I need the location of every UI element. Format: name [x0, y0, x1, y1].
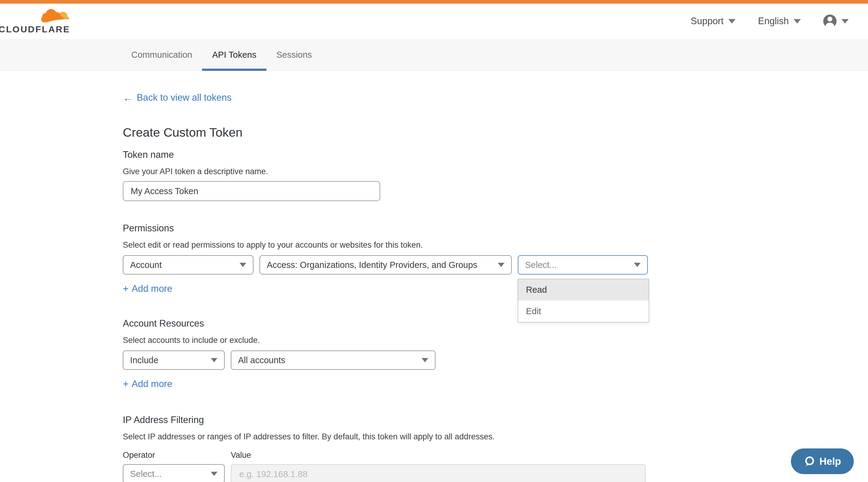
ip-operator-placeholder: Select...	[130, 469, 162, 479]
avatar	[823, 14, 837, 28]
ip-value-input[interactable]	[231, 464, 646, 482]
account-scope-select[interactable]: All accounts	[231, 350, 435, 370]
left-arrow-icon: ←	[123, 93, 133, 102]
chat-bubble-icon	[804, 456, 815, 467]
permissions-heading: Permissions	[123, 223, 868, 234]
brand-accent-bar	[0, 0, 868, 4]
chevron-down-icon	[211, 472, 217, 476]
account-resources-heading: Account Resources	[123, 318, 868, 329]
token-name-input[interactable]	[123, 181, 380, 201]
ip-filtering-heading: IP Address Filtering	[123, 415, 868, 425]
token-name-description: Give your API token a descriptive name.	[123, 167, 868, 176]
support-menu-label: Support	[691, 16, 724, 27]
header: CLOUDFLARE Support English	[0, 4, 868, 39]
permission-level-menu: Read Edit	[518, 279, 649, 322]
permission-level-placeholder: Select...	[525, 260, 557, 270]
plus-icon: +	[123, 283, 128, 294]
account-mode-value: Include	[130, 355, 158, 365]
chevron-down-icon	[728, 19, 736, 24]
chevron-down-icon	[240, 263, 246, 267]
chevron-down-icon	[634, 263, 641, 267]
permission-scope-value: Account	[130, 260, 162, 270]
help-button-label: Help	[819, 456, 841, 467]
add-more-permission-link[interactable]: + Add more	[123, 283, 173, 294]
language-menu[interactable]: English	[758, 16, 801, 27]
account-menu[interactable]	[823, 14, 849, 28]
permissions-row: Account Access: Organizations, Identity …	[123, 255, 868, 275]
tab-sessions[interactable]: Sessions	[267, 39, 322, 71]
cloudflare-logo: CLOUDFLARE	[9, 8, 70, 34]
ip-filtering-row: Select...	[123, 464, 868, 482]
support-menu[interactable]: Support	[691, 16, 736, 27]
operator-label: Operator	[123, 451, 231, 460]
add-more-account-label: Add more	[131, 379, 172, 389]
ip-filtering-labels: Operator Value	[123, 451, 868, 460]
page-title: Create Custom Token	[123, 126, 868, 140]
account-mode-select[interactable]: Include	[123, 350, 225, 370]
menu-option-edit[interactable]: Edit	[518, 300, 649, 322]
tab-bar: Communication API Tokens Sessions	[0, 39, 868, 71]
chevron-down-icon	[794, 19, 801, 24]
add-more-permission-label: Add more	[131, 283, 172, 294]
chevron-down-icon	[422, 358, 428, 362]
value-label: Value	[231, 451, 251, 460]
permission-scope-select[interactable]: Account	[123, 255, 253, 275]
chevron-down-icon	[841, 19, 849, 24]
cloudflare-cloud-icon	[38, 8, 70, 25]
tab-communication[interactable]: Communication	[121, 39, 202, 71]
menu-option-read[interactable]: Read	[518, 279, 649, 300]
main-content: ← Back to view all tokens Create Custom …	[0, 71, 868, 482]
plus-icon: +	[123, 378, 128, 390]
back-link-label: Back to view all tokens	[137, 92, 232, 103]
account-scope-value: All accounts	[238, 355, 285, 365]
permission-resource-select[interactable]: Access: Organizations, Identity Provider…	[259, 255, 512, 275]
back-link[interactable]: ← Back to view all tokens	[123, 92, 232, 103]
header-menus: Support English	[691, 14, 849, 28]
permission-resource-value: Access: Organizations, Identity Provider…	[267, 260, 477, 270]
permission-level-select[interactable]: Select... Read Edit	[518, 255, 648, 275]
help-button[interactable]: Help	[791, 448, 854, 474]
language-menu-label: English	[758, 16, 789, 27]
chevron-down-icon	[211, 358, 217, 362]
ip-operator-select[interactable]: Select...	[123, 464, 225, 482]
chevron-down-icon	[498, 263, 504, 267]
token-name-heading: Token name	[123, 149, 868, 160]
cloudflare-wordmark: CLOUDFLARE	[0, 25, 70, 34]
permissions-description: Select edit or read permissions to apply…	[123, 240, 868, 250]
ip-filtering-description: Select IP addresses or ranges of IP addr…	[123, 432, 868, 442]
add-more-account-link[interactable]: + Add more	[123, 378, 173, 390]
account-resources-row: Include All accounts	[123, 350, 868, 370]
account-resources-description: Select accounts to include or exclude.	[123, 335, 868, 345]
tab-api-tokens[interactable]: API Tokens	[202, 39, 266, 71]
